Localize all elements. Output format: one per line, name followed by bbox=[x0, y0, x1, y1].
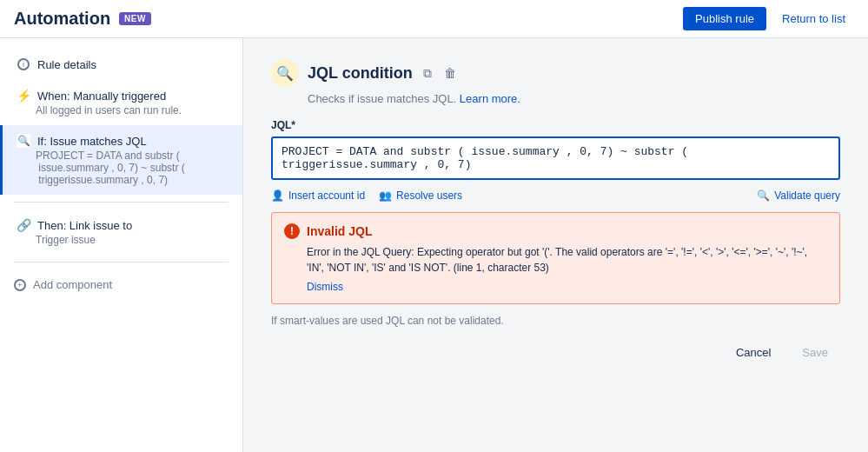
header-actions: Publish rule Return to list bbox=[683, 7, 854, 30]
sidebar-item-action[interactable]: 🔗 Then: Link issue to Trigger issue bbox=[0, 209, 242, 255]
sidebar-divider bbox=[14, 202, 229, 203]
panel-header: 🔍 JQL condition ⧉ 🗑 bbox=[271, 59, 840, 87]
validate-query-button[interactable]: 🔍 Validate query bbox=[757, 189, 840, 202]
sidebar-sub-trigger: All logged in users can run rule. bbox=[36, 104, 229, 116]
sidebar-sub-condition: PROJECT = DATA and substr ( issue.summar… bbox=[36, 150, 229, 186]
users-icon: 👥 bbox=[379, 189, 392, 202]
jql-field-label: JQL* bbox=[271, 119, 840, 131]
learn-more-link[interactable]: Learn more. bbox=[460, 92, 520, 105]
error-header: ! Invalid JQL bbox=[284, 223, 827, 239]
dismiss-button[interactable]: Dismiss bbox=[307, 281, 343, 293]
form-footer: Cancel Save bbox=[271, 341, 840, 364]
jql-actions-row: 👤 Insert account id 👥 Resolve users 🔍 Va… bbox=[271, 189, 840, 202]
error-icon: ! bbox=[284, 223, 300, 239]
sidebar-sub-action: Trigger issue bbox=[36, 234, 229, 246]
panel-title: JQL condition bbox=[308, 64, 413, 83]
return-to-list-button[interactable]: Return to list bbox=[773, 7, 854, 30]
cancel-button[interactable]: Cancel bbox=[724, 341, 783, 364]
condition-icon: 🔍 bbox=[17, 134, 30, 148]
sidebar-label-condition: If: Issue matches JQL bbox=[37, 135, 147, 148]
add-icon: + bbox=[14, 279, 26, 291]
jql-panel-icon: 🔍 bbox=[271, 59, 299, 87]
new-badge: NEW bbox=[119, 12, 151, 25]
sidebar-divider-2 bbox=[14, 262, 229, 263]
sidebar-label-trigger: When: Manually triggered bbox=[37, 90, 166, 103]
trigger-icon: ⚡ bbox=[17, 89, 30, 103]
sidebar-item-rule-details[interactable]: i Rule details bbox=[0, 49, 242, 80]
add-component-button[interactable]: + Add component bbox=[0, 269, 242, 300]
jql-input[interactable]: PROJECT = DATA and substr ( issue.summar… bbox=[271, 136, 840, 180]
publish-rule-button[interactable]: Publish rule bbox=[683, 7, 766, 30]
app-header: Automation NEW Publish rule Return to li… bbox=[0, 0, 868, 38]
main-layout: i Rule details ⚡ When: Manually triggere… bbox=[0, 38, 868, 452]
sidebar-item-trigger[interactable]: ⚡ When: Manually triggered All logged in… bbox=[0, 80, 242, 125]
action-icon: 🔗 bbox=[17, 218, 30, 232]
add-component-label: Add component bbox=[33, 278, 112, 291]
error-title: Invalid JQL bbox=[307, 224, 372, 238]
smart-values-note: If smart-values are used JQL can not be … bbox=[271, 315, 840, 327]
sidebar-label-rule-details: Rule details bbox=[37, 58, 96, 71]
error-box: ! Invalid JQL Error in the JQL Query: Ex… bbox=[271, 212, 840, 304]
panel-description: Checks if issue matches JQL. Learn more. bbox=[308, 92, 840, 105]
save-button[interactable]: Save bbox=[790, 341, 840, 364]
sidebar: i Rule details ⚡ When: Manually triggere… bbox=[0, 38, 243, 452]
sidebar-item-condition[interactable]: 🔍 If: Issue matches JQL PROJECT = DATA a… bbox=[0, 125, 242, 195]
copy-icon[interactable]: ⧉ bbox=[421, 64, 434, 83]
insert-account-id-button[interactable]: 👤 Insert account id bbox=[271, 189, 365, 202]
app-title: Automation bbox=[14, 9, 110, 29]
info-icon: i bbox=[17, 57, 30, 71]
error-message: Error in the JQL Query: Expecting operat… bbox=[307, 244, 827, 276]
sidebar-label-action: Then: Link issue to bbox=[37, 219, 132, 232]
delete-icon[interactable]: 🗑 bbox=[442, 64, 458, 82]
person-icon: 👤 bbox=[271, 189, 284, 202]
resolve-users-button[interactable]: 👥 Resolve users bbox=[379, 189, 462, 202]
main-content: 🔍 JQL condition ⧉ 🗑 Checks if issue matc… bbox=[243, 38, 868, 452]
search-validate-icon: 🔍 bbox=[757, 189, 770, 202]
